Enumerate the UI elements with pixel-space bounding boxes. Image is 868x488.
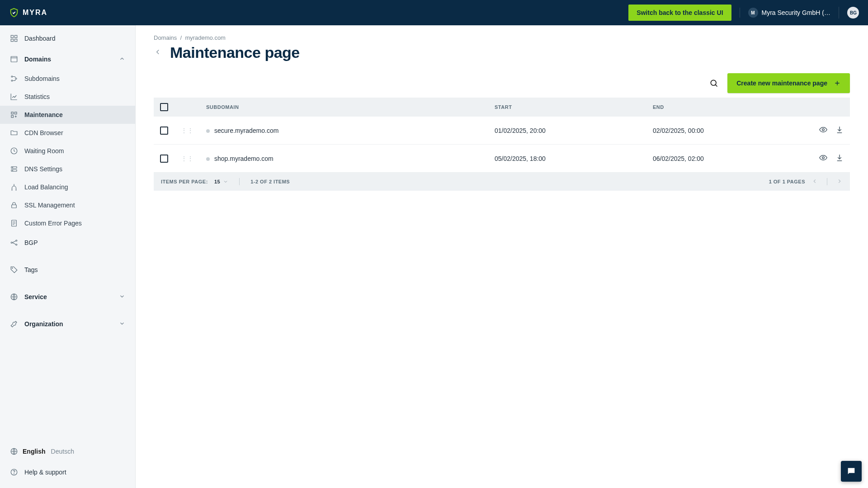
- sidebar-item-label: SSL Management: [24, 202, 75, 209]
- svg-point-27: [14, 474, 14, 474]
- tag-icon: [10, 266, 18, 274]
- sidebar-item-label: Statistics: [24, 93, 50, 100]
- top-header: MYRA Switch back to the classic UI M Myr…: [0, 0, 868, 25]
- org-name: Myra Security GmbH (…: [762, 9, 830, 16]
- brand-logo[interactable]: MYRA: [9, 8, 47, 18]
- dns-icon: [10, 165, 18, 173]
- column-header-end[interactable]: END: [646, 98, 805, 117]
- lang-deutsch[interactable]: Deutsch: [51, 448, 74, 455]
- chart-icon: [10, 93, 18, 101]
- search-button[interactable]: [708, 77, 720, 89]
- sidebar-item-dns-settings[interactable]: DNS Settings: [0, 160, 135, 178]
- sidebar-item-label: Load Balancing: [24, 183, 68, 191]
- chat-widget-button[interactable]: [841, 461, 862, 482]
- organization-switcher[interactable]: M Myra Security GmbH (…: [740, 8, 830, 18]
- back-button[interactable]: [154, 48, 162, 57]
- eye-icon: [819, 126, 827, 134]
- sidebar-item-label: Subdomains: [24, 75, 60, 82]
- svg-point-16: [12, 190, 12, 190]
- download-button[interactable]: [835, 154, 844, 163]
- page-count-text: 1 OF 1 PAGES: [769, 179, 805, 184]
- cell-end: 02/02/2025, 00:00: [646, 117, 805, 145]
- svg-point-21: [16, 240, 17, 241]
- sidebar-item-label: Help & support: [24, 469, 66, 476]
- breadcrumb-domains[interactable]: Domains: [154, 34, 177, 41]
- view-button[interactable]: [819, 126, 827, 135]
- svg-point-31: [849, 470, 850, 471]
- prev-page-button[interactable]: [811, 178, 818, 185]
- chevron-up-icon: [119, 56, 125, 63]
- table-row: ⋮⋮ secure.myrademo.com 01/02/2025, 20:00…: [154, 117, 850, 145]
- search-icon: [709, 79, 718, 88]
- page-icon: [10, 219, 18, 227]
- row-checkbox[interactable]: [160, 127, 168, 135]
- sidebar-item-domains[interactable]: Domains: [0, 49, 135, 70]
- globe-icon: [10, 293, 18, 301]
- column-header-start[interactable]: START: [488, 98, 646, 117]
- page-title: Maintenance page: [170, 44, 300, 61]
- create-maintenance-page-button[interactable]: Create new maintenance page: [727, 73, 850, 93]
- svg-point-5: [11, 76, 13, 77]
- row-checkbox[interactable]: [160, 155, 168, 163]
- chevron-down-icon: [223, 179, 228, 184]
- sidebar-item-maintenance[interactable]: Maintenance: [0, 106, 135, 124]
- folder-icon: [10, 129, 18, 137]
- chevron-down-icon: [119, 320, 125, 328]
- svg-rect-2: [11, 39, 13, 42]
- table-footer: ITEMS PER PAGE: 15 1-2 OF 2 ITEMS 1 OF 1…: [154, 173, 850, 191]
- svg-point-20: [11, 242, 12, 244]
- sidebar-item-dashboard[interactable]: Dashboard: [0, 28, 135, 49]
- select-all-checkbox[interactable]: [160, 103, 168, 111]
- sidebar-item-statistics[interactable]: Statistics: [0, 88, 135, 106]
- sidebar-item-organization[interactable]: Organization: [0, 314, 135, 334]
- next-page-button[interactable]: [836, 178, 843, 185]
- sidebar-item-cdn-browser[interactable]: CDN Browser: [0, 124, 135, 142]
- items-per-page-select[interactable]: 15: [214, 179, 228, 184]
- sidebar-item-help[interactable]: Help & support: [0, 462, 135, 483]
- sidebar-item-ssl-management[interactable]: SSL Management: [0, 196, 135, 214]
- org-avatar: M: [748, 8, 758, 18]
- lang-english[interactable]: English: [23, 448, 46, 455]
- network-icon: [10, 239, 18, 247]
- drag-handle-icon[interactable]: ⋮⋮: [181, 127, 193, 134]
- items-range-text: 1-2 OF 2 ITEMS: [250, 179, 290, 184]
- sidebar-item-tags[interactable]: Tags: [0, 259, 135, 280]
- svg-point-33: [852, 470, 853, 471]
- sidebar-item-service[interactable]: Service: [0, 286, 135, 307]
- drag-handle-icon[interactable]: ⋮⋮: [181, 155, 193, 162]
- subdomains-icon: [10, 75, 18, 83]
- wrench-icon: [10, 320, 18, 328]
- chat-icon: [846, 466, 856, 476]
- separator: [239, 178, 240, 185]
- view-button[interactable]: [819, 154, 827, 163]
- user-menu[interactable]: BG: [839, 7, 859, 19]
- sidebar-item-label: Organization: [24, 320, 63, 328]
- download-button[interactable]: [835, 126, 844, 135]
- arrow-right-icon: [836, 178, 843, 184]
- sidebar-item-label: Waiting Room: [24, 147, 64, 155]
- clock-icon: [10, 147, 18, 155]
- sidebar-item-load-balancing[interactable]: Load Balancing: [0, 178, 135, 196]
- cell-subdomain: shop.myrademo.com: [214, 155, 274, 162]
- sidebar-item-custom-error-pages[interactable]: Custom Error Pages: [0, 214, 135, 232]
- user-avatar: BG: [847, 7, 859, 19]
- language-switcher[interactable]: English Deutsch: [0, 441, 135, 462]
- cell-subdomain: secure.myrademo.com: [214, 127, 278, 134]
- sidebar-item-bgp[interactable]: BGP: [0, 232, 135, 253]
- sidebar-footer: English Deutsch Help & support: [0, 437, 135, 488]
- header-right: Switch back to the classic UI M Myra Sec…: [628, 5, 859, 21]
- svg-rect-8: [11, 112, 14, 114]
- svg-point-30: [822, 157, 825, 159]
- svg-rect-12: [11, 167, 17, 169]
- sidebar-item-label: BGP: [24, 239, 38, 246]
- sidebar-item-waiting-room[interactable]: Waiting Room: [0, 142, 135, 160]
- status-dot-icon: [206, 129, 210, 133]
- column-header-subdomain[interactable]: SUBDOMAIN: [200, 98, 488, 117]
- arrow-left-icon: [811, 178, 818, 184]
- maintenance-icon: [10, 111, 18, 119]
- svg-point-14: [12, 167, 13, 168]
- switch-classic-ui-button[interactable]: Switch back to the classic UI: [628, 5, 731, 21]
- breadcrumb-current: myrademo.com: [185, 34, 226, 41]
- sidebar-item-label: Service: [24, 293, 47, 300]
- sidebar-item-subdomains[interactable]: Subdomains: [0, 70, 135, 88]
